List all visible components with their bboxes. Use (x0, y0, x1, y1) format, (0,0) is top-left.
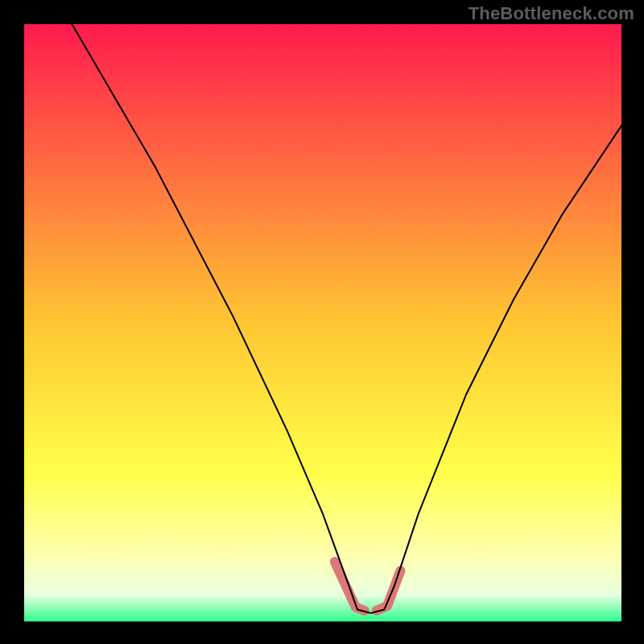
bottleneck-chart (0, 0, 644, 644)
plot-background (24, 24, 621, 621)
watermark-label: TheBottleneck.com (469, 3, 634, 24)
chart-frame: { "watermark": "TheBottleneck.com", "cha… (0, 0, 644, 644)
